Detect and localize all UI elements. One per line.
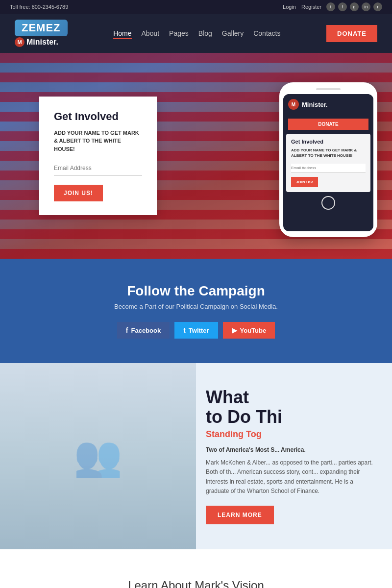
nav-about[interactable]: About [142,29,160,37]
donate-button[interactable]: DONATE [326,25,377,42]
top-bar: Toll free: 800-2345-6789 Login Register … [0,0,392,14]
logo-minister-row: M Minister. [15,37,58,47]
phone-card: Get Involved ADD YOUR NAME TO GET MARK &… [286,134,370,192]
campaign-section: Follow the Campaign Become a Part of our… [0,259,392,363]
main-nav: Home About Pages Blog Gallery Contacts [113,29,280,37]
what-content: What to Do Thi Standing Tog Two of Ameri… [196,363,392,549]
phone-number: Toll free: 800-2345-6789 [10,4,68,10]
mobile-mockup: M Minister. DONATE Get Involved ADD YOUR… [279,82,377,237]
logo-minister-text: Minister. [26,38,58,47]
what-people-image: 👥 [0,363,196,549]
rss-icon[interactable]: r [373,2,382,11]
nav-gallery[interactable]: Gallery [222,29,244,37]
hero-card-title: Get Involved [54,110,142,123]
phone-card-subtitle: ADD YOUR NAME TO GET MARK & ALBERT TO TH… [291,147,366,158]
hero-card: Get Involved ADD YOUR NAME TO GET MARK &… [39,97,157,216]
crowd-visual: 👥 [0,363,196,549]
what-section: 👥 What to Do Thi Standing Tog Two of Ame… [0,363,392,549]
hero-section: Get Involved ADD YOUR NAME TO GET MARK &… [0,53,392,259]
phone-join-button[interactable]: JOIN US! [291,177,318,187]
what-title-line1: What [206,387,249,407]
vision-line1: Learn About Mark's Vision [15,579,377,588]
phone-m-icon: M [288,99,299,110]
logo-zemez[interactable]: ZEMEZ [15,20,68,36]
logo-m-icon: M [15,37,24,47]
nav-home[interactable]: Home [113,29,131,37]
hero-email-input[interactable] [54,161,142,176]
youtube-button[interactable]: ▶ YouTube [223,322,275,339]
phone-screen: M Minister. DONATE Get Involved ADD YOUR… [283,94,373,231]
phone-home-button[interactable] [321,196,335,210]
nav-blog[interactable]: Blog [198,29,212,37]
nav-pages[interactable]: Pages [169,29,189,37]
phone-donate-button[interactable]: DONATE [288,119,368,130]
auth-links: Login Register [279,4,321,10]
what-standing: Standing Tog [206,429,377,440]
youtube-label: YouTube [240,327,267,334]
twitter-icon[interactable]: t [326,2,335,11]
phone-outer: M Minister. DONATE Get Involved ADD YOUR… [279,82,377,237]
what-title-line2: to Do Thi [206,407,282,427]
social-buttons: f Facebook t Twitter ▶ YouTube [15,322,377,339]
twitter-icon: t [183,326,186,334]
facebook-icon: f [126,326,128,334]
phone-card-title: Get Involved [291,139,366,145]
facebook-icon[interactable]: f [338,2,347,11]
phone-minister-text: Minister. [302,101,328,108]
linkedin-icon[interactable]: in [362,2,370,11]
header: ZEMEZ M Minister. Home About Pages Blog … [0,14,392,53]
campaign-subtitle: Become a Part of our Political Campaign … [15,303,377,310]
logo: ZEMEZ M Minister. [15,20,68,47]
learn-more-button[interactable]: LEARN MORE [206,506,274,524]
youtube-icon: ▶ [232,326,237,334]
hero-join-button[interactable]: JOIN US! [54,185,103,201]
twitter-label: Twitter [189,327,209,334]
facebook-button[interactable]: f Facebook [117,322,170,339]
what-subtitle: Two of America's Most S... America. [206,446,377,453]
what-title: What to Do Thi [206,388,377,426]
phone-email-input[interactable] [291,164,366,172]
facebook-label: Facebook [131,327,161,334]
login-link[interactable]: Login [283,4,296,10]
social-icons: t f g in r [326,2,382,11]
campaign-title: Follow the Campaign [15,283,377,299]
nav-contacts[interactable]: Contacts [253,29,280,37]
twitter-button[interactable]: t Twitter [174,322,218,339]
hero-card-subtitle: ADD YOUR NAME TO GET MARK & ALBERT TO TH… [54,129,142,153]
register-link[interactable]: Register [301,4,321,10]
google-icon[interactable]: g [350,2,359,11]
vision-section: Learn About Mark's Vision & The Issues H… [0,549,392,588]
phone-header: M Minister. [283,94,373,115]
what-desc: Mark McKohen & Alber... as opposed to th… [206,458,377,496]
phone-speaker [316,88,341,90]
